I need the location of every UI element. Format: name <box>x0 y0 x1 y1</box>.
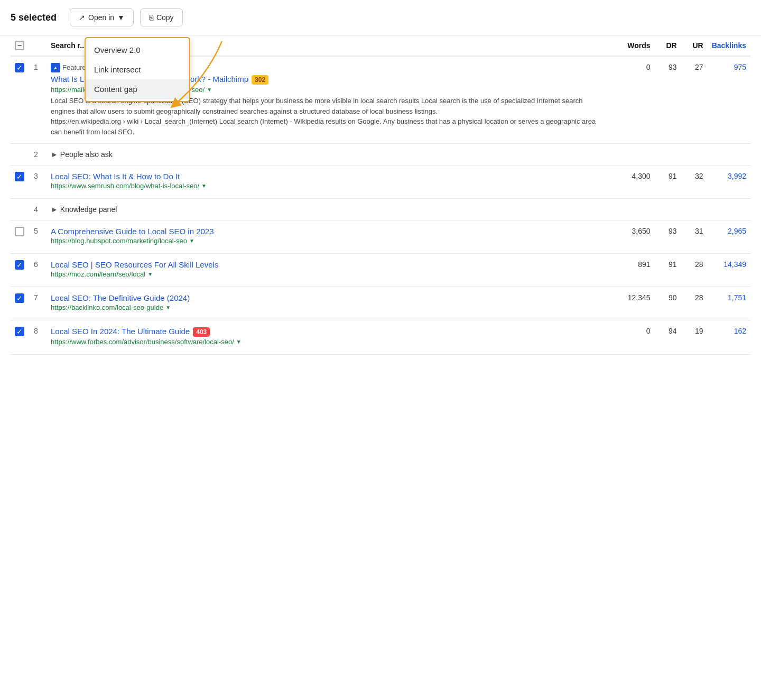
dropdown-item-link-intersect[interactable]: Link intersect <box>86 60 189 79</box>
row-checkbox[interactable]: ✓ <box>15 260 24 270</box>
featured-snippet-icon: ▲ <box>51 63 60 72</box>
backlinks-link[interactable]: 162 <box>734 327 746 335</box>
row-checkbox[interactable]: ✓ <box>15 293 24 303</box>
row-dr: 94 <box>655 320 681 355</box>
table-row: ✓3Local SEO: What Is It & How to Do Itht… <box>11 165 750 199</box>
row-dr: 93 <box>655 220 681 254</box>
expandable-number: 2 <box>30 144 47 165</box>
row-ur: 32 <box>681 165 708 199</box>
header-num <box>30 35 47 56</box>
result-title-link[interactable]: Local SEO: The Definitive Guide (2024) <box>51 293 608 302</box>
row-backlinks[interactable]: 975 <box>708 56 750 144</box>
url-dropdown-icon[interactable]: ▼ <box>165 305 171 310</box>
url-dropdown-icon[interactable]: ▼ <box>147 271 153 277</box>
row-ur: 28 <box>681 254 708 287</box>
result-url: https://backlinko.com/local-seo-guide ▼ <box>51 303 608 311</box>
row-result-cell: Local SEO | SEO Resources For All Skill … <box>47 254 612 287</box>
result-badge: 403 <box>193 327 210 337</box>
backlinks-link[interactable]: 975 <box>734 63 746 71</box>
section-label: Knowledge panel <box>60 205 117 214</box>
select-all-checkbox[interactable]: − <box>15 41 24 50</box>
backlinks-link[interactable]: 1,751 <box>728 293 746 302</box>
url-dropdown-icon[interactable]: ▼ <box>236 339 242 345</box>
row-number: 1 <box>30 56 47 144</box>
selected-count: 5 selected <box>11 12 63 23</box>
row-words: 891 <box>612 254 655 287</box>
result-url: https://moz.com/learn/seo/local ▼ <box>51 270 608 278</box>
row-words: 3,650 <box>612 220 655 254</box>
row-ur: 28 <box>681 287 708 320</box>
table-row: ✓6Local SEO | SEO Resources For All Skil… <box>11 254 750 287</box>
backlinks-link[interactable]: 14,349 <box>723 260 746 269</box>
row-number: 8 <box>30 320 47 355</box>
row-backlinks[interactable]: 3,992 <box>708 165 750 199</box>
row-backlinks[interactable]: 1,751 <box>708 287 750 320</box>
table-row: ✓7Local SEO: The Definitive Guide (2024)… <box>11 287 750 320</box>
row-dr: 93 <box>655 56 681 144</box>
copy-button[interactable]: ⎘ Copy <box>140 8 183 26</box>
row-ur: 31 <box>681 220 708 254</box>
row-number: 6 <box>30 254 47 287</box>
header-checkbox-cell: − <box>11 35 30 56</box>
row-number: 7 <box>30 287 47 320</box>
header-dr: DR <box>655 35 681 56</box>
row-backlinks[interactable]: 162 <box>708 320 750 355</box>
dropdown-item-content-gap[interactable]: Content gap <box>86 79 189 99</box>
result-title-link[interactable]: Local SEO In 2024: The Ultimate Guide403 <box>51 327 608 337</box>
row-backlinks[interactable]: 2,965 <box>708 220 750 254</box>
row-result-cell: Local SEO In 2024: The Ultimate Guide403… <box>47 320 612 355</box>
url-dropdown-icon[interactable]: ▼ <box>201 183 207 189</box>
row-result-cell: Local SEO: The Definitive Guide (2024)ht… <box>47 287 612 320</box>
row-checkbox[interactable]: ✓ <box>15 63 24 72</box>
expandable-label-cell[interactable]: ►Knowledge panel <box>47 199 750 220</box>
copy-label: Copy <box>156 13 174 22</box>
table-row: 2►People also ask <box>11 144 750 165</box>
expandable-checkbox-cell <box>11 144 30 165</box>
open-in-label: Open in <box>88 13 114 22</box>
table-row: 4►Knowledge panel <box>11 199 750 220</box>
backlinks-link[interactable]: 2,965 <box>728 227 746 235</box>
result-url: https://www.forbes.com/advisor/business/… <box>51 338 608 346</box>
row-words: 12,345 <box>612 287 655 320</box>
row-words: 0 <box>612 320 655 355</box>
result-title-link[interactable]: A Comprehensive Guide to Local SEO in 20… <box>51 227 608 236</box>
dropdown-item-overview[interactable]: Overview 2.0 <box>86 40 189 60</box>
row-checkbox[interactable]: ✓ <box>15 172 24 181</box>
copy-icon: ⎘ <box>149 13 153 22</box>
result-snippet: Local SEO is a search engine optimizatio… <box>51 96 608 137</box>
result-url: https://www.semrush.com/blog/what-is-loc… <box>51 182 608 190</box>
result-url: https://blog.hubspot.com/marketing/local… <box>51 237 608 245</box>
expand-icon: ► <box>51 150 58 159</box>
header-ur: UR <box>681 35 708 56</box>
result-title-link[interactable]: Local SEO: What Is It & How to Do It <box>51 172 608 181</box>
expandable-number: 4 <box>30 199 47 220</box>
chevron-down-icon: ▼ <box>117 13 125 22</box>
row-words: 0 <box>612 56 655 144</box>
section-label: People also ask <box>60 150 113 159</box>
row-checkbox[interactable] <box>15 227 24 236</box>
open-in-icon: ↗ <box>79 13 85 22</box>
expandable-label-cell[interactable]: ►People also ask <box>47 144 750 165</box>
row-number: 3 <box>30 165 47 199</box>
header-backlinks: Backlinks <box>708 35 750 56</box>
expand-icon: ► <box>51 205 58 214</box>
row-dr: 91 <box>655 165 681 199</box>
url-dropdown-icon[interactable]: ▼ <box>207 87 212 93</box>
expandable-checkbox-cell <box>11 199 30 220</box>
result-badge: 302 <box>252 75 268 85</box>
row-words: 4,300 <box>612 165 655 199</box>
table-row: 5A Comprehensive Guide to Local SEO in 2… <box>11 220 750 254</box>
row-result-cell: A Comprehensive Guide to Local SEO in 20… <box>47 220 612 254</box>
row-checkbox[interactable]: ✓ <box>15 327 24 336</box>
row-number: 5 <box>30 220 47 254</box>
result-title-link[interactable]: Local SEO | SEO Resources For All Skill … <box>51 260 608 269</box>
dropdown-menu: Overview 2.0 Link intersect Content gap <box>85 37 190 102</box>
row-ur: 19 <box>681 320 708 355</box>
row-dr: 91 <box>655 254 681 287</box>
table-row: ✓8Local SEO In 2024: The Ultimate Guide4… <box>11 320 750 355</box>
backlinks-link[interactable]: 3,992 <box>728 172 746 180</box>
row-backlinks[interactable]: 14,349 <box>708 254 750 287</box>
open-in-button[interactable]: ↗ Open in ▼ <box>70 8 134 26</box>
url-dropdown-icon[interactable]: ▼ <box>189 238 194 244</box>
row-ur: 27 <box>681 56 708 144</box>
